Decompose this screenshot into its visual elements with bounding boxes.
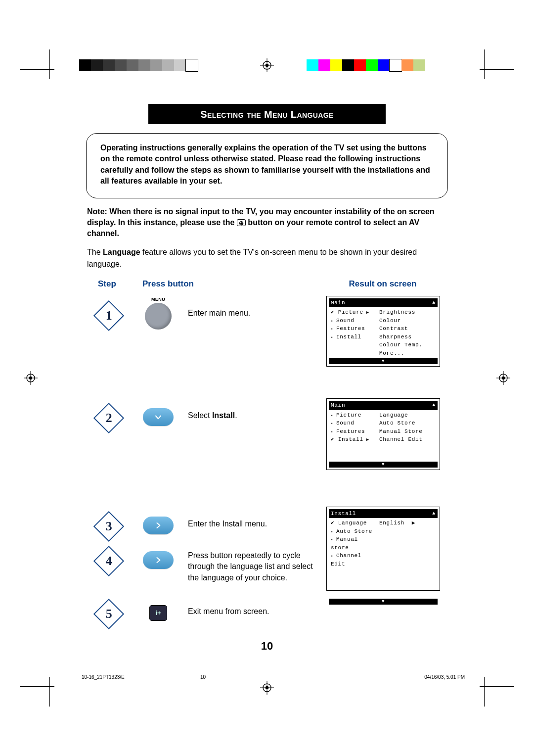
registration-mark-top: [260, 58, 274, 74]
tv-screen-main-picture: Main▲PictureSoundFeaturesInstallBrightne…: [326, 296, 440, 367]
col-step: Step: [98, 279, 142, 289]
step-number-1: 1: [93, 300, 124, 331]
footer-page: 10: [200, 674, 299, 680]
step-2-desc: Select Install.: [188, 396, 326, 421]
grayscale-calibration-bar: [79, 59, 198, 71]
step-3-desc: Enter the Install menu.: [188, 505, 326, 529]
footer-filename: 10-16_21PT1323/E: [82, 674, 200, 680]
page-number: 10: [84, 640, 450, 653]
print-footer: 10-16_21PT1323/E 10 04/16/03, 5.01 PM: [82, 674, 465, 680]
step-number-4: 4: [93, 546, 124, 576]
note-paragraph: Note: When there is no signal input to t…: [87, 206, 447, 239]
right-button-icon-2: [143, 551, 174, 569]
step-row-2: 2 Select Install. Main▲PictureSoundFeatu…: [89, 396, 450, 470]
step-row-1: 1 MENU Enter main menu. Main▲PictureSoun…: [89, 294, 450, 367]
para-a: The: [87, 248, 103, 256]
section-title: Selecting the Menu Language: [148, 104, 386, 124]
steps-table: 1 MENU Enter main menu. Main▲PictureSoun…: [84, 294, 450, 625]
para-keyword: Language: [103, 248, 140, 256]
step-5-desc: Exit menu from screen.: [188, 592, 326, 617]
exit-button-icon: i+: [149, 605, 167, 621]
tv-screen-main-install: Main▲PictureSoundFeaturesInstallLanguage…: [326, 398, 440, 470]
color-calibration-bar: [307, 59, 425, 71]
page-content: Selecting the Menu Language Operating in…: [84, 104, 450, 653]
footer-timestamp: 04/16/03, 5.01 PM: [299, 674, 465, 680]
step-number-5: 5: [93, 599, 124, 629]
tv-screen-install-language: Install▲LanguageAuto StoreManual storeCh…: [326, 507, 440, 591]
step-4-desc: Press button repeatedly to cycle through…: [188, 539, 326, 583]
intro-box: Operating instructions generally explain…: [86, 133, 448, 198]
step-number-3: 3: [93, 511, 124, 542]
col-press: Press button: [142, 279, 236, 289]
registration-mark-right: [496, 371, 510, 387]
registration-mark-bottom: [260, 681, 274, 697]
step-1-desc: Enter main menu.: [188, 294, 326, 319]
col-result: Result on screen: [318, 279, 447, 289]
step-number-2: 2: [93, 403, 124, 433]
table-header: Step Press button Result on screen: [84, 279, 450, 294]
menu-button-icon: [145, 303, 172, 330]
down-button-icon: [143, 408, 174, 426]
right-button-icon: [143, 517, 174, 534]
menu-button-label: MENU: [151, 297, 165, 302]
feature-paragraph: The Language feature allows you to set t…: [87, 246, 447, 270]
av-input-icon: ⊕: [237, 219, 246, 226]
registration-mark-left: [24, 371, 38, 387]
